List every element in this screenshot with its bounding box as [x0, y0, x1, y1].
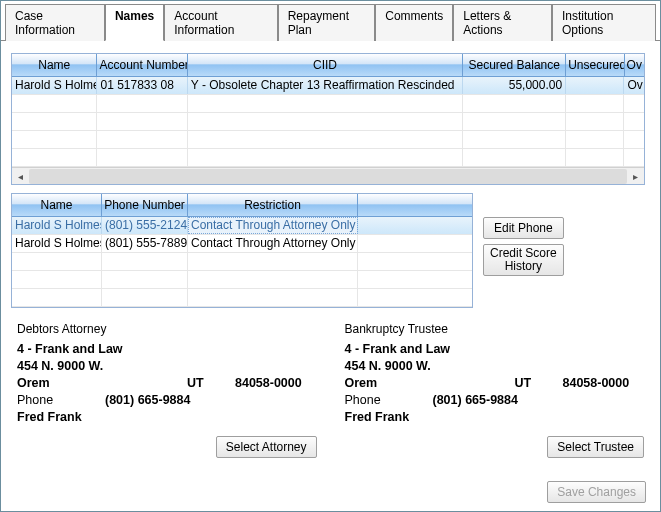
- scroll-right-icon[interactable]: ▸: [628, 169, 643, 184]
- trustee-contact: Fred Frank: [345, 410, 645, 424]
- tab-repayment-plan[interactable]: Repayment Plan: [278, 4, 376, 41]
- accounts-grid[interactable]: Name Account Number CIID Secured Balance…: [11, 53, 645, 185]
- table-row[interactable]: Harold S Holmes 01 517833 08 Y - Obsolet…: [12, 77, 644, 95]
- col-name[interactable]: Name: [12, 54, 97, 77]
- attorney-contact: Fred Frank: [17, 410, 317, 424]
- attorney-zip: 84058-0000: [235, 376, 302, 390]
- cell-account: 01 517833 08: [97, 77, 187, 94]
- contacts-grid-header: Name Phone Number Restriction: [12, 194, 472, 217]
- tab-institution-options[interactable]: Institution Options: [552, 4, 656, 41]
- trustee-title: Bankruptcy Trustee: [345, 322, 645, 336]
- table-row[interactable]: [12, 271, 472, 289]
- cell-blank: [358, 217, 472, 234]
- col-over[interactable]: Ov: [625, 54, 645, 77]
- credit-score-history-label: Credit ScoreHistory: [490, 246, 557, 273]
- attorney-title: Debtors Attorney: [17, 322, 317, 336]
- bankruptcy-trustee-panel: Bankruptcy Trustee 4 - Frank and Law 454…: [339, 322, 651, 458]
- col-account-number[interactable]: Account Number: [97, 54, 187, 77]
- cell-name: Harold S Holmes: [12, 77, 97, 94]
- table-row[interactable]: Harold S Holmes (801) 555-7889 Contact T…: [12, 235, 472, 253]
- select-trustee-button[interactable]: Select Trustee: [547, 436, 644, 458]
- edit-phone-button[interactable]: Edit Phone: [483, 217, 564, 239]
- horizontal-scrollbar[interactable]: ◂ ▸: [12, 167, 644, 184]
- trustee-city-line: Orem UT 84058-0000: [345, 376, 645, 390]
- attorney-city: Orem: [17, 376, 187, 390]
- cell-restriction: Contact Through Attorney Only: [188, 217, 358, 234]
- tab-letters-actions[interactable]: Letters & Actions: [453, 4, 552, 41]
- attorney-firm: 4 - Frank and Law: [17, 342, 317, 356]
- table-row[interactable]: Harold S Holmes (801) 555-2124 Contact T…: [12, 217, 472, 235]
- cell-ciid: Y - Obsolete Chapter 13 Reaffirmation Re…: [188, 77, 463, 94]
- tab-names[interactable]: Names: [105, 4, 164, 41]
- debtors-attorney-panel: Debtors Attorney 4 - Frank and Law 454 N…: [11, 322, 323, 458]
- col-ciid[interactable]: CIID: [188, 54, 463, 77]
- table-row[interactable]: [12, 149, 644, 167]
- table-row[interactable]: [12, 113, 644, 131]
- cell-phone: (801) 555-2124: [102, 217, 188, 234]
- col-unsecured[interactable]: Unsecured: [566, 54, 624, 77]
- cell-unsecured: [566, 77, 624, 94]
- attorney-street: 454 N. 9000 W.: [17, 359, 317, 373]
- accounts-grid-header: Name Account Number CIID Secured Balance…: [12, 54, 644, 77]
- tab-case-information[interactable]: Case Information: [5, 4, 105, 41]
- credit-score-history-button[interactable]: Credit ScoreHistory: [483, 244, 564, 276]
- table-row[interactable]: [12, 95, 644, 113]
- trustee-firm: 4 - Frank and Law: [345, 342, 645, 356]
- select-attorney-button[interactable]: Select Attorney: [216, 436, 317, 458]
- scroll-track[interactable]: [29, 169, 627, 184]
- tab-account-information[interactable]: Account Information: [164, 4, 277, 41]
- col-restriction[interactable]: Restriction: [188, 194, 358, 217]
- attorney-state: UT: [187, 376, 235, 390]
- col-name[interactable]: Name: [12, 194, 102, 217]
- col-secured-balance[interactable]: Secured Balance: [463, 54, 566, 77]
- trustee-state: UT: [515, 376, 563, 390]
- cell-phone: (801) 555-7889: [102, 235, 188, 252]
- table-row[interactable]: [12, 131, 644, 149]
- cell-blank: [358, 235, 472, 252]
- trustee-phone: (801) 665-9884: [433, 393, 518, 407]
- trustee-city: Orem: [345, 376, 515, 390]
- tab-comments[interactable]: Comments: [375, 4, 453, 41]
- cell-name: Harold S Holmes: [12, 235, 102, 252]
- col-phone[interactable]: Phone Number: [102, 194, 188, 217]
- tab-bar: Case Information Names Account Informati…: [1, 1, 660, 40]
- trustee-phone-line: Phone (801) 665-9884: [345, 393, 645, 407]
- attorney-city-line: Orem UT 84058-0000: [17, 376, 317, 390]
- cell-name: Harold S Holmes: [12, 217, 102, 234]
- attorney-phone: (801) 665-9884: [105, 393, 190, 407]
- cell-secured: 55,000.00: [463, 77, 566, 94]
- table-row[interactable]: [12, 289, 472, 307]
- phone-label: Phone: [17, 393, 105, 407]
- trustee-zip: 84058-0000: [563, 376, 630, 390]
- scroll-left-icon[interactable]: ◂: [13, 169, 28, 184]
- cell-over: Ov: [624, 77, 644, 94]
- phone-label: Phone: [345, 393, 433, 407]
- contacts-grid[interactable]: Name Phone Number Restriction Harold S H…: [11, 193, 473, 308]
- save-changes-button[interactable]: Save Changes: [547, 481, 646, 503]
- attorney-phone-line: Phone (801) 665-9884: [17, 393, 317, 407]
- trustee-street: 454 N. 9000 W.: [345, 359, 645, 373]
- col-blank[interactable]: [358, 194, 472, 217]
- table-row[interactable]: [12, 253, 472, 271]
- cell-restriction: Contact Through Attorney Only: [188, 235, 358, 252]
